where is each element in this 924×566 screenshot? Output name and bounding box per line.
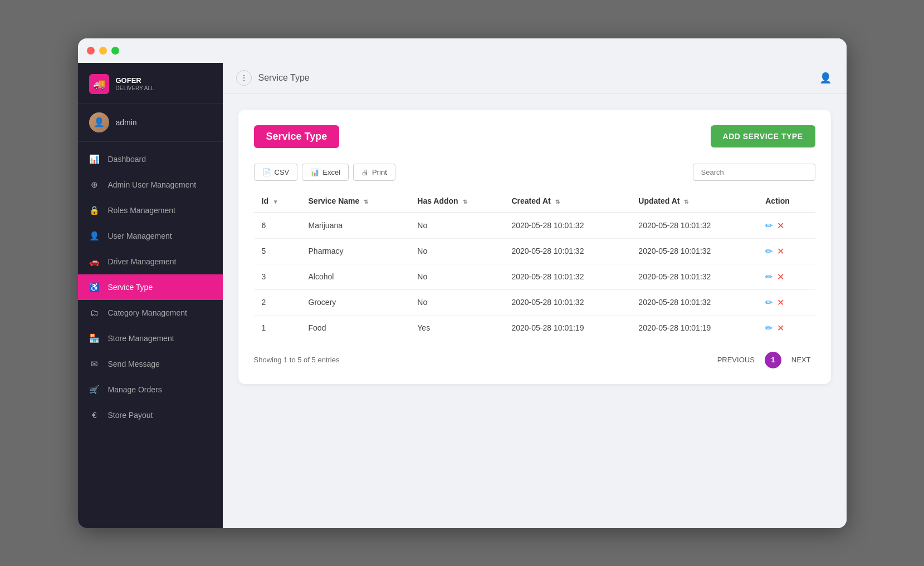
user-icon: 👤 xyxy=(89,230,100,242)
logo-icon: 🚚 xyxy=(89,74,109,94)
action-buttons: ✏ ✕ xyxy=(765,246,807,257)
cell-id: 2 xyxy=(254,289,301,315)
sidebar-item-label: Dashboard xyxy=(108,155,146,164)
sidebar-item-service-type[interactable]: ♿ Service Type xyxy=(78,274,223,300)
sort-icon: ⇅ xyxy=(555,199,560,205)
close-dot[interactable] xyxy=(87,47,95,55)
page-title-badge: Service Type xyxy=(254,125,340,148)
excel-icon: 📊 xyxy=(310,168,319,176)
sidebar-item-category-management[interactable]: 🗂 Category Management xyxy=(78,300,223,326)
main-layout: 🚚 GOFER DELIVERY ALL 👤 admin 📊 Dashboard xyxy=(78,63,847,528)
cell-has-addon: No xyxy=(409,213,503,239)
delete-button[interactable]: ✕ xyxy=(777,323,784,333)
main-content: ⋮ Service Type 👤 Service Type ADD SERVIC… xyxy=(223,63,847,528)
cell-updated-at: 2020-05-28 10:01:32 xyxy=(630,213,757,239)
cell-service-name: Grocery xyxy=(301,289,410,315)
table-footer: Showing 1 to 5 of 5 entries PREVIOUS 1 N… xyxy=(254,352,815,368)
cell-action: ✏ ✕ xyxy=(757,213,815,239)
excel-button[interactable]: 📊 Excel xyxy=(302,164,349,181)
dashboard-icon: 📊 xyxy=(89,154,100,165)
edit-button[interactable]: ✏ xyxy=(765,323,773,333)
category-icon: 🗂 xyxy=(89,307,100,318)
maximize-dot[interactable] xyxy=(111,47,119,55)
sort-icon: ▼ xyxy=(273,199,278,205)
sidebar-item-driver-management[interactable]: 🚗 Driver Management xyxy=(78,249,223,274)
brand-name: GOFER xyxy=(116,76,154,86)
col-action: Action xyxy=(757,190,815,213)
col-service-name: Service Name ⇅ xyxy=(301,190,410,213)
brand-sub: DELIVERY ALL xyxy=(116,85,154,91)
cell-action: ✏ ✕ xyxy=(757,264,815,289)
table-toolbar: 📄 CSV 📊 Excel 🖨 Print xyxy=(254,164,815,181)
sidebar-item-label: Admin User Management xyxy=(108,180,197,189)
menu-icon[interactable]: ⋮ xyxy=(236,70,252,86)
cell-updated-at: 2020-05-28 10:01:32 xyxy=(630,264,757,289)
delete-button[interactable]: ✕ xyxy=(777,246,784,257)
delete-button[interactable]: ✕ xyxy=(777,220,784,231)
lock-icon: 🔒 xyxy=(89,205,100,216)
current-page[interactable]: 1 xyxy=(765,352,781,368)
sidebar-item-label: Manage Orders xyxy=(108,385,162,394)
edit-button[interactable]: ✏ xyxy=(765,272,773,282)
sidebar-item-store-payout[interactable]: € PREVIOUS Store Payout xyxy=(78,402,223,428)
cell-has-addon: Yes xyxy=(409,315,503,341)
topbar-user-icon[interactable]: 👤 xyxy=(818,70,833,86)
orders-icon: 🛒 xyxy=(89,384,100,395)
sidebar-item-user-management[interactable]: 👤 User Management xyxy=(78,223,223,249)
sort-icon: ⇅ xyxy=(684,199,688,205)
cell-created-at: 2020-05-28 10:01:32 xyxy=(503,238,630,264)
table-row: 1 Food Yes 2020-05-28 10:01:19 2020-05-2… xyxy=(254,315,815,341)
sidebar-item-roles-management[interactable]: 🔒 Roles Management xyxy=(78,198,223,223)
message-icon: ✉ xyxy=(89,358,100,370)
col-has-addon: Has Addon ⇅ xyxy=(409,190,503,213)
cell-service-name: Pharmacy xyxy=(301,238,410,264)
table-row: 2 Grocery No 2020-05-28 10:01:32 2020-05… xyxy=(254,289,815,315)
add-service-type-button[interactable]: ADD SERVICE TYPE xyxy=(711,125,815,147)
sidebar-item-label: Driver Management xyxy=(108,257,177,266)
page-card: Service Type ADD SERVICE TYPE 📄 CSV 📊 xyxy=(238,110,831,384)
sidebar-item-manage-orders[interactable]: 🛒 Manage Orders xyxy=(78,377,223,402)
cell-action: ✏ ✕ xyxy=(757,238,815,264)
page-header: Service Type ADD SERVICE TYPE xyxy=(254,125,815,148)
delete-button[interactable]: ✕ xyxy=(777,297,784,308)
car-icon: 🚗 xyxy=(89,256,100,267)
sidebar: 🚚 GOFER DELIVERY ALL 👤 admin 📊 Dashboard xyxy=(78,63,223,528)
store-icon: 🏪 xyxy=(89,333,100,344)
user-name-label: admin xyxy=(116,118,137,127)
minimize-dot[interactable] xyxy=(99,47,107,55)
sidebar-item-label: Send Message xyxy=(108,360,160,368)
sidebar-item-admin-user-management[interactable]: ⊕ Admin User Management xyxy=(78,172,223,198)
cell-service-name: Alcohol xyxy=(301,264,410,289)
sidebar-item-store-management[interactable]: 🏪 Store Management xyxy=(78,326,223,351)
csv-icon: 📄 xyxy=(262,168,271,176)
service-icon: ♿ xyxy=(89,282,100,293)
cell-created-at: 2020-05-28 10:01:19 xyxy=(503,315,630,341)
cell-action: ✏ ✕ xyxy=(757,315,815,341)
csv-button[interactable]: 📄 CSV xyxy=(254,164,298,181)
table-row: 3 Alcohol No 2020-05-28 10:01:32 2020-05… xyxy=(254,264,815,289)
previous-button[interactable]: PREVIOUS xyxy=(713,353,759,366)
action-buttons: ✏ ✕ xyxy=(765,297,807,308)
payout-icon: € xyxy=(89,410,100,421)
next-button[interactable]: NEXT xyxy=(787,353,815,366)
cell-created-at: 2020-05-28 10:01:32 xyxy=(503,213,630,239)
edit-button[interactable]: ✏ xyxy=(765,246,773,257)
sidebar-item-send-message[interactable]: ✉ Send Message xyxy=(78,351,223,377)
table-header: Id ▼ Service Name ⇅ Has Addon ⇅ xyxy=(254,190,815,213)
edit-button[interactable]: ✏ xyxy=(765,220,773,231)
sidebar-item-dashboard[interactable]: 📊 Dashboard xyxy=(78,146,223,172)
action-buttons: ✏ ✕ xyxy=(765,323,807,333)
titlebar xyxy=(78,38,847,63)
col-updated-at: Updated At ⇅ xyxy=(630,190,757,213)
cell-has-addon: No xyxy=(409,238,503,264)
cell-has-addon: No xyxy=(409,264,503,289)
table-buttons: 📄 CSV 📊 Excel 🖨 Print xyxy=(254,164,395,181)
edit-button[interactable]: ✏ xyxy=(765,297,773,308)
cell-updated-at: 2020-05-28 10:01:19 xyxy=(630,315,757,341)
sidebar-item-label: Category Management xyxy=(108,308,187,317)
cell-created-at: 2020-05-28 10:01:32 xyxy=(503,289,630,315)
print-button[interactable]: 🖨 Print xyxy=(353,164,395,181)
search-input[interactable] xyxy=(693,164,815,181)
delete-button[interactable]: ✕ xyxy=(777,272,784,282)
admin-icon: ⊕ xyxy=(89,179,100,190)
